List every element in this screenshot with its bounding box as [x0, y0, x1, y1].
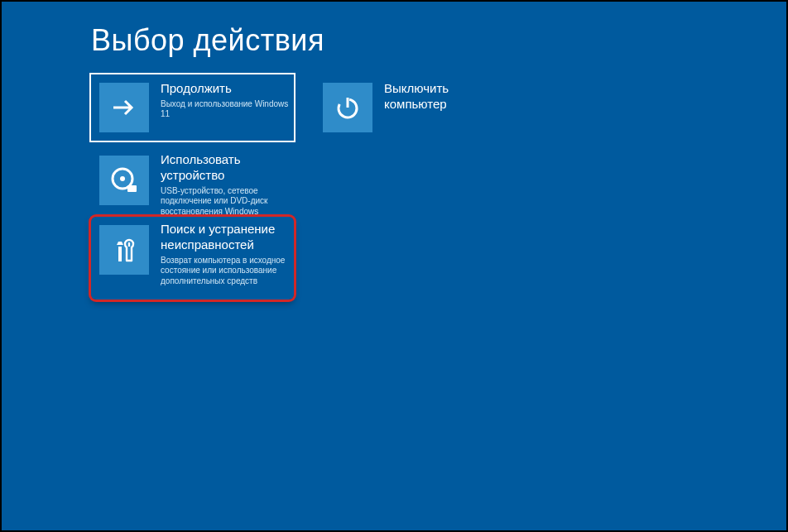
power-title: Выключить компьютер	[384, 81, 483, 113]
page-title: Выбор действия	[91, 23, 324, 58]
winre-screen: Выбор действия Продолжить Выход и исполь…	[2, 2, 786, 530]
device-disc-icon	[99, 156, 149, 205]
continue-desc: Выход и использование Windows 11	[161, 99, 289, 120]
trouble-desc: Возврат компьютера в исходное состояние …	[161, 256, 289, 287]
svg-point-3	[120, 176, 125, 181]
continue-tile[interactable]: Продолжить Выход и использование Windows…	[91, 74, 294, 141]
tools-icon	[99, 225, 149, 275]
svg-rect-5	[118, 247, 122, 261]
power-icon	[323, 83, 372, 132]
device-desc: USB-устройство, сетевое подключение или …	[161, 186, 289, 218]
device-title: Использовать устройство	[161, 152, 289, 184]
power-off-tile[interactable]: Выключить компьютер	[315, 74, 497, 141]
troubleshoot-tile[interactable]: Поиск и устранение неисправностей Возвра…	[91, 217, 294, 300]
continue-title: Продолжить	[161, 81, 289, 97]
arrow-right-icon	[99, 83, 149, 132]
svg-rect-4	[127, 185, 137, 192]
trouble-title: Поиск и устранение неисправностей	[161, 222, 289, 253]
